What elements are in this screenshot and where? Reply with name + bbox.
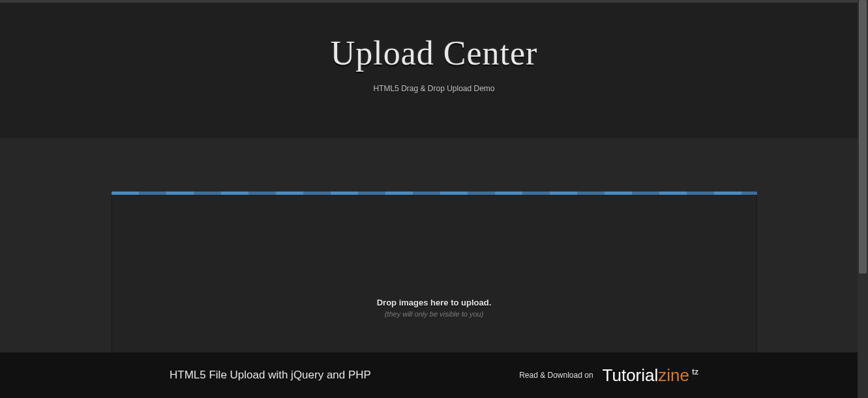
page-header: Upload Center HTML5 Drag & Drop Upload D…	[0, 3, 868, 138]
footer-title: HTML5 File Upload with jQuery and PHP	[170, 369, 371, 382]
brand-suffix: tz	[692, 368, 698, 376]
scrollbar-thumb[interactable]	[859, 0, 867, 274]
dropzone-message: Drop images here to upload.	[112, 298, 756, 307]
brand-link[interactable]: Tutorialzine tz	[603, 367, 698, 384]
footer: HTML5 File Upload with jQuery and PHP Re…	[0, 352, 868, 398]
dropzone-note: (they will only be visible to you)	[112, 310, 756, 318]
footer-read-label: Read & Download on	[519, 371, 593, 380]
page-title: Upload Center	[0, 34, 868, 72]
page-subtitle: HTML5 Drag & Drop Upload Demo	[0, 84, 868, 93]
footer-right: Read & Download on Tutorialzine tz	[519, 367, 698, 384]
brand-primary: Tutorial	[603, 367, 659, 384]
brand-secondary: zine	[658, 367, 689, 384]
vertical-scrollbar[interactable]	[858, 0, 868, 398]
